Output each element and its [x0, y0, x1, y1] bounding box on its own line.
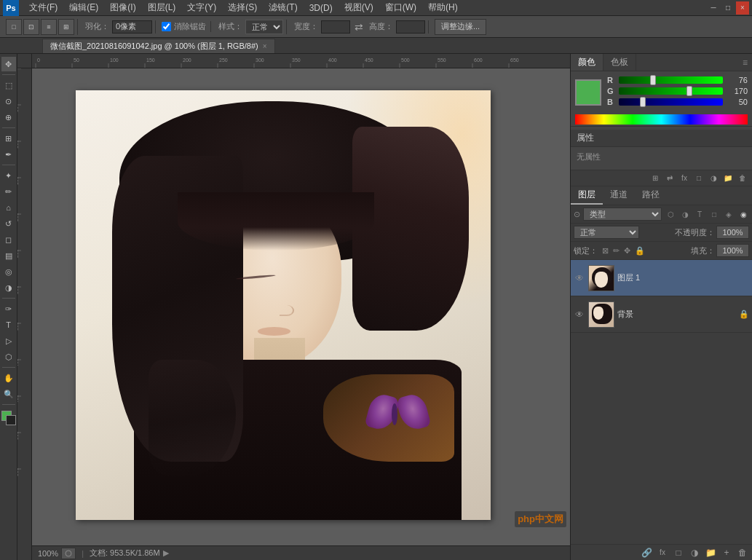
layer-fx-bottom-btn[interactable]: fx [656, 546, 669, 559]
tool-path-select[interactable]: ▷ [1, 334, 16, 348]
tool-clone[interactable]: ⌂ [1, 200, 16, 215]
layer-mask-bottom-btn[interactable]: □ [672, 546, 685, 559]
tool-crop[interactable]: ⊞ [1, 131, 16, 146]
menu-filter[interactable]: 滤镜(T) [263, 0, 303, 15]
filter-toggle[interactable]: ◉ [737, 208, 749, 220]
width-input[interactable] [321, 20, 350, 33]
menu-image[interactable]: 图像(I) [104, 0, 141, 15]
layers-trash-icon[interactable]: 🗑 [736, 172, 749, 185]
adjust-edge-button[interactable]: 调整边缘... [435, 19, 486, 35]
tool-shape[interactable]: ⬡ [1, 350, 16, 364]
tool-text[interactable]: T [1, 318, 16, 332]
tool-wand[interactable]: ⊕ [1, 110, 16, 125]
blend-mode-select[interactable]: 正常 [574, 226, 639, 239]
menu-select[interactable]: 选择(S) [222, 0, 263, 15]
lock-checkerboard-icon[interactable]: ⊠ [602, 246, 609, 256]
tab-channels[interactable]: 通道 [603, 186, 635, 205]
tool-eyedropper[interactable]: ✒ [1, 147, 16, 162]
menu-type[interactable]: 文字(Y) [181, 0, 222, 15]
layers-type-select[interactable]: 类型 [583, 208, 662, 221]
maximize-button[interactable]: □ [721, 1, 735, 15]
opacity-control: 不透明度： [675, 226, 749, 239]
layer-item-1[interactable]: 👁 背景 🔒 [571, 296, 752, 333]
tool-gradient[interactable]: ▤ [1, 248, 16, 263]
layers-create-group-icon[interactable]: ⊞ [649, 172, 662, 185]
menu-help[interactable]: 帮助(H) [422, 0, 464, 15]
layers-fx-icon[interactable]: fx [678, 172, 691, 185]
red-slider[interactable] [619, 76, 723, 84]
filter-shape-icon[interactable]: □ [708, 208, 720, 220]
close-button[interactable]: × [736, 1, 749, 15]
tab-swatches[interactable]: 色板 [603, 54, 636, 71]
tool-rect-btn[interactable]: □ [6, 19, 22, 35]
svg-text:50: 50 [74, 58, 79, 63]
layer-link-bottom-btn[interactable]: 🔗 [640, 546, 653, 559]
layer-adj-bottom-btn[interactable]: ◑ [688, 546, 701, 559]
green-slider[interactable] [619, 87, 723, 95]
layer-visibility-0[interactable]: 👁 [574, 272, 585, 284]
tab-color[interactable]: 颜色 [571, 54, 603, 71]
tab-paths[interactable]: 路径 [635, 186, 667, 205]
tab-layers[interactable]: 图层 [571, 186, 603, 205]
tool-rect-fixed-btn[interactable]: ⊡ [23, 19, 39, 35]
layers-adj-icon[interactable]: ◑ [707, 172, 720, 185]
lock-position-icon[interactable]: ✥ [624, 246, 630, 256]
filter-pixel-icon[interactable]: ⬡ [665, 208, 676, 220]
menu-view[interactable]: 视图(V) [339, 0, 379, 15]
filter-type-icon[interactable]: T [694, 208, 705, 220]
feather-input[interactable] [112, 20, 152, 33]
color-swatches[interactable] [1, 411, 16, 425]
tool-marquee[interactable]: ⬚ [1, 78, 16, 92]
tool-move[interactable]: ✥ [1, 57, 16, 71]
fill-input[interactable] [716, 244, 749, 257]
doc-info-arrow[interactable]: ▶ [163, 548, 169, 558]
menu-window[interactable]: 窗口(W) [379, 0, 422, 15]
tool-heal[interactable]: ✦ [1, 168, 16, 183]
menu-edit[interactable]: 编辑(E) [63, 0, 104, 15]
lock-brush-icon[interactable]: ✏ [613, 246, 620, 256]
svg-text:350: 350 [292, 58, 301, 63]
b-value: 50 [726, 98, 748, 106]
opacity-input[interactable] [716, 226, 749, 239]
tool-single-col-btn[interactable]: ⊞ [58, 19, 74, 35]
layer-new-bottom-btn[interactable]: + [720, 546, 733, 559]
layer-delete-bottom-btn[interactable]: 🗑 [736, 546, 749, 559]
filter-smart-icon[interactable]: ◈ [723, 208, 735, 220]
tool-brush[interactable]: ✏ [1, 184, 16, 199]
layers-link-icon[interactable]: ⇄ [663, 172, 676, 185]
layer-item-0[interactable]: 👁 图层 1 [571, 260, 752, 296]
tab-main[interactable]: 微信截图_20210816091042.jpg @ 100% (图层 1, RG… [42, 39, 275, 53]
tool-lasso[interactable]: ⊙ [1, 94, 16, 109]
style-select[interactable]: 正常 [245, 20, 283, 34]
menu-file[interactable]: 文件(F) [23, 0, 63, 15]
svg-text:500: 500 [401, 58, 410, 63]
blue-slider[interactable] [619, 98, 723, 106]
tool-pen[interactable]: ✑ [1, 301, 16, 316]
tool-history-brush[interactable]: ↺ [1, 216, 16, 231]
tool-dodge[interactable]: ◑ [1, 280, 16, 295]
layers-mask-icon[interactable]: □ [692, 172, 705, 185]
tab-close-icon[interactable]: × [263, 42, 267, 50]
menu-layer[interactable]: 图层(L) [142, 0, 182, 15]
minimize-button[interactable]: ─ [707, 1, 720, 15]
properties-panel: 属性 无属性 [571, 127, 752, 170]
filter-adj-icon[interactable]: ◑ [679, 208, 691, 220]
height-input[interactable] [396, 20, 425, 33]
width-label: 宽度： [293, 21, 320, 32]
tool-eraser[interactable]: ◻ [1, 232, 16, 247]
zoom-indicator[interactable] [61, 548, 76, 559]
menu-3d[interactable]: 3D(D) [304, 1, 339, 15]
tool-zoom[interactable]: 🔍 [1, 387, 16, 401]
layer-visibility-1[interactable]: 👁 [574, 309, 585, 320]
color-panel-menu-icon[interactable]: ≡ [738, 56, 752, 69]
tool-hand[interactable]: ✋ [1, 371, 16, 385]
layers-folder-icon[interactable]: 📁 [721, 172, 735, 185]
background-color[interactable] [6, 415, 16, 425]
tool-blur[interactable]: ◎ [1, 264, 16, 279]
antialias-checkbox[interactable] [162, 22, 171, 31]
lock-all-icon[interactable]: 🔒 [635, 246, 645, 256]
color-spectrum[interactable] [575, 114, 748, 125]
tool-single-row-btn[interactable]: ≡ [41, 19, 57, 35]
layer-group-bottom-btn[interactable]: 📁 [704, 546, 717, 559]
color-swatch[interactable] [575, 79, 601, 106]
